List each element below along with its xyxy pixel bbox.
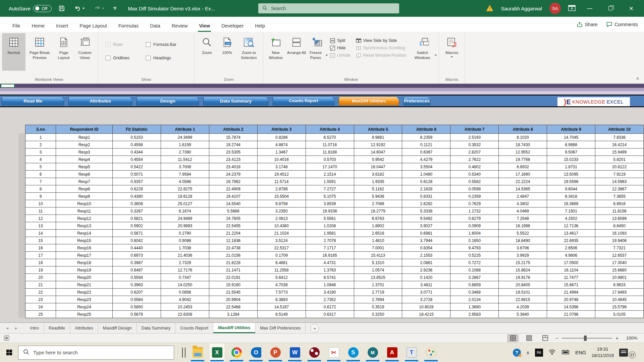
table-cell[interactable]: 14 xyxy=(25,230,56,237)
table-cell[interactable]: 7.5773 xyxy=(257,289,306,296)
table-cell[interactable]: 6.4881 xyxy=(257,259,306,266)
excel-icon[interactable]: X xyxy=(210,344,224,362)
hidden-icons-chevron[interactable]: ∧ xyxy=(526,350,530,355)
table-cell[interactable]: 3.7008 xyxy=(161,163,209,171)
table-cell[interactable]: 0.3519 xyxy=(354,303,402,311)
table-cell[interactable]: 8.1020 xyxy=(499,134,547,141)
table-header-cell[interactable]: S.no xyxy=(25,125,56,134)
table-cell[interactable]: 10.4360 xyxy=(257,222,306,230)
sheet-tab[interactable]: Attributes xyxy=(70,323,98,333)
powerpoint-icon[interactable]: P xyxy=(268,344,283,362)
ribbon-tab[interactable]: File xyxy=(7,19,26,32)
table-cell[interactable]: 25 xyxy=(25,311,56,318)
table-cell[interactable]: 1.5591 xyxy=(306,178,354,185)
zoom-out-button[interactable]: − xyxy=(555,335,558,341)
table-cell[interactable]: 7.0001 xyxy=(354,244,402,252)
table-cell[interactable]: 0.5422 xyxy=(113,163,161,171)
ribbon-tab[interactable]: Developer xyxy=(216,19,249,32)
table-cell[interactable]: 0.5594 xyxy=(113,274,161,281)
table-cell[interactable]: 15.7874 xyxy=(209,134,257,141)
table-cell[interactable]: 16.1104 xyxy=(547,266,595,274)
table-cell[interactable]: 15.8824 xyxy=(499,266,547,274)
table-cell[interactable]: 2.0134 xyxy=(450,296,499,303)
taskbar-search-box[interactable] xyxy=(18,346,174,360)
table-cell[interactable]: 11.5714 xyxy=(257,178,306,185)
table-cell[interactable]: 15.5796 xyxy=(595,303,644,311)
table-header-cell[interactable]: Attribute 7 xyxy=(450,125,499,134)
table-cell[interactable]: 12.7136 xyxy=(547,222,595,230)
nav-button[interactable]: Design xyxy=(137,97,199,106)
table-cell[interactable]: 15.2175 xyxy=(499,259,547,266)
table-cell[interactable]: 1.3701 xyxy=(354,281,402,289)
table-cell[interactable]: 3.6706 xyxy=(499,244,547,252)
table-cell[interactable]: 5.6412 xyxy=(257,274,306,281)
start-button[interactable] xyxy=(0,343,18,362)
nav-button[interactable]: Preferences xyxy=(404,97,430,106)
table-cell[interactable]: 3.9929 xyxy=(499,252,547,259)
gridlines-checkbox[interactable]: Gridlines xyxy=(106,56,146,60)
table-cell[interactable]: 11.8188 xyxy=(306,148,354,156)
table-cell[interactable]: 0.5071 xyxy=(113,171,161,178)
table-cell[interactable]: 12.9552 xyxy=(499,148,547,156)
table-cell[interactable]: 24.2379 xyxy=(209,171,257,178)
table-cell[interactable]: 3.6182 xyxy=(354,171,402,178)
table-cell[interactable]: 16.1093 xyxy=(595,230,644,237)
table-cell[interactable]: Resp10 xyxy=(56,200,113,207)
table-cell[interactable]: Resp20 xyxy=(56,274,113,281)
table-cell[interactable]: 0.1709 xyxy=(257,252,306,259)
skype-icon[interactable]: S xyxy=(346,344,361,362)
arrange-all-button[interactable]: Arrange All xyxy=(286,33,307,71)
sheet-next-icon[interactable]: ► xyxy=(14,326,18,330)
table-cell[interactable]: 4.0469 xyxy=(499,207,547,215)
table-cell[interactable]: 1.7038 xyxy=(161,244,209,252)
paint-icon[interactable] xyxy=(424,344,438,362)
table-cell[interactable]: 3.2350 xyxy=(257,207,306,215)
table-cell[interactable]: 22.4738 xyxy=(209,244,257,252)
table-cell[interactable]: 23 xyxy=(25,296,56,303)
table-cell[interactable]: 2.7894 xyxy=(354,296,402,303)
table-cell[interactable]: 8.5149 xyxy=(257,311,306,318)
restore-button[interactable] xyxy=(604,0,617,17)
table-cell[interactable]: 9 xyxy=(25,193,56,200)
new-window-button[interactable]: New Window xyxy=(265,33,286,71)
table-cell[interactable]: 15.5504 xyxy=(257,193,306,200)
table-header-cell[interactable]: Attribute 2 xyxy=(209,125,257,134)
table-cell[interactable]: 16.9165 xyxy=(306,252,354,259)
ribbon-tab[interactable]: View xyxy=(193,19,216,32)
table-cell[interactable]: 21.4036 xyxy=(161,252,209,259)
table-cell[interactable]: 5.5666 xyxy=(209,207,257,215)
table-cell[interactable]: 2.0813 xyxy=(257,215,306,222)
table-cell[interactable]: 5.3940 xyxy=(499,311,547,318)
table-cell[interactable]: 4.4279 xyxy=(402,156,450,163)
table-cell[interactable]: 13.4617 xyxy=(547,230,595,237)
table-cell[interactable]: 21.0796 xyxy=(547,311,595,318)
table-cell[interactable]: 5.8201 xyxy=(595,156,644,163)
table-cell[interactable]: 3.9027 xyxy=(402,222,450,230)
table-cell[interactable]: 1.3690 xyxy=(450,303,499,311)
table-cell[interactable]: 0.5679 xyxy=(113,311,161,318)
table-cell[interactable]: 4.4731 xyxy=(306,259,354,266)
table-cell[interactable]: 19.4512 xyxy=(257,171,306,178)
table-cell[interactable]: 0.8859 xyxy=(450,281,499,289)
table-cell[interactable]: 22.6935 xyxy=(547,237,595,244)
table-cell[interactable]: 0.6317 xyxy=(306,311,354,318)
table-cell[interactable]: 9.5067 xyxy=(547,148,595,156)
table-cell[interactable]: 7.2548 xyxy=(499,215,547,222)
table-cell[interactable]: Resp16 xyxy=(56,244,113,252)
table-cell[interactable]: Resp8 xyxy=(56,185,113,193)
table-cell[interactable]: 0.4598 xyxy=(113,141,161,148)
table-cell[interactable]: 15.9499 xyxy=(595,148,644,156)
table-cell[interactable]: 3.8539 xyxy=(306,200,354,207)
table-cell[interactable]: 20.9748 xyxy=(547,296,595,303)
table-cell[interactable]: 4.7038 xyxy=(257,281,306,289)
redo-icon[interactable] xyxy=(92,3,107,14)
table-cell[interactable]: 3.5124 xyxy=(257,237,306,244)
table-cell[interactable]: 0.1121 xyxy=(402,141,450,148)
table-header-cell[interactable]: Attribute 9 xyxy=(547,125,595,134)
table-cell[interactable]: 11 xyxy=(25,207,56,215)
table-cell[interactable]: 0.6487 xyxy=(113,266,161,274)
table-cell[interactable]: Resp17 xyxy=(56,252,113,259)
table-cell[interactable]: 2.7329 xyxy=(161,259,209,266)
ribbon-tab[interactable]: Review xyxy=(166,19,194,32)
table-cell[interactable]: 0.6172 xyxy=(306,303,354,311)
